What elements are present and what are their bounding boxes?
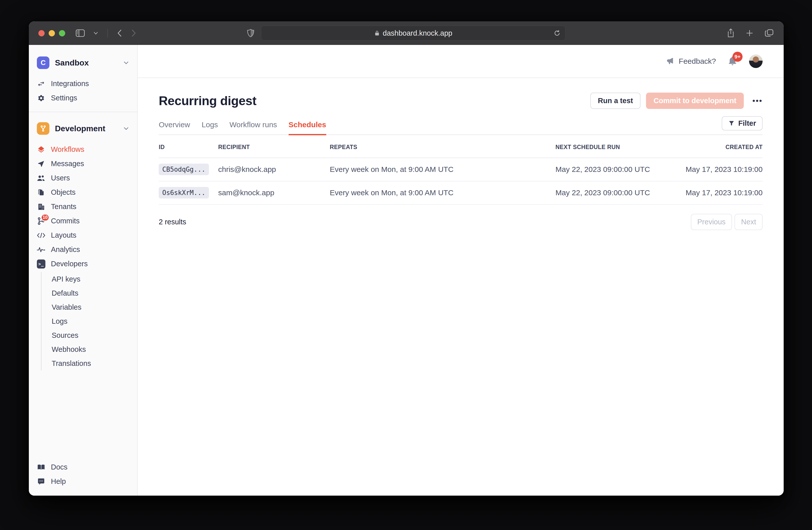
sidebar-item-analytics[interactable]: Analytics [29, 242, 137, 257]
new-tab-icon[interactable] [745, 29, 754, 37]
documents-icon [37, 188, 45, 197]
sidebar-subitem-sources[interactable]: Sources [42, 328, 137, 342]
sidebar-item-label: Analytics [51, 246, 80, 254]
sidebar-subitem-variables[interactable]: Variables [42, 300, 137, 314]
sidebar-item-label: Users [51, 174, 70, 182]
sidebar-item-users[interactable]: Users [29, 171, 137, 185]
sidebar-item-layouts[interactable]: Layouts [29, 228, 137, 242]
commits-count-badge: 10 [41, 214, 49, 221]
more-options-button[interactable]: ••• [752, 97, 763, 105]
previous-page-button[interactable]: Previous [691, 214, 732, 230]
column-header-repeats: Repeats [330, 144, 555, 151]
notification-count-badge: 9+ [733, 52, 742, 62]
feedback-label: Feedback? [679, 57, 716, 66]
avatar[interactable] [749, 54, 763, 68]
table-header-row: ID Recipient Repeats Next schedule run C… [159, 137, 763, 158]
subitem-label: Defaults [52, 289, 78, 297]
subitem-label: Sources [52, 331, 78, 339]
url-text: dashboard.knock.app [383, 29, 452, 37]
people-icon [37, 174, 45, 182]
tab-schedules[interactable]: Schedules [289, 121, 326, 135]
tab-overview-icon[interactable] [765, 29, 774, 37]
run-a-test-button[interactable]: Run a test [590, 93, 640, 109]
account-name: Sandbox [55, 58, 118, 68]
megaphone-icon [666, 57, 674, 65]
sidebar-item-label: Integrations [51, 80, 89, 88]
subitem-label: API keys [52, 275, 80, 283]
sidebar-item-label: Workflows [51, 145, 84, 154]
main-area: Feedback? 9+ Recurring digest Run [138, 45, 784, 496]
sidebar-subitem-defaults[interactable]: Defaults [42, 286, 137, 300]
back-button-icon[interactable] [117, 29, 122, 37]
sidebar-item-tenants[interactable]: Tenants [29, 199, 137, 214]
sidebar-item-commits[interactable]: 10 Commits [29, 214, 137, 228]
sidebar-item-label: Tenants [51, 203, 76, 211]
recipient-cell: sam@knock.app [218, 189, 330, 197]
tab-workflow-runs[interactable]: Workflow runs [230, 121, 277, 135]
sidebar-item-integrations[interactable]: Integrations [29, 76, 137, 91]
column-header-recipient: Recipient [218, 144, 330, 151]
schedules-table: ID Recipient Repeats Next schedule run C… [159, 137, 763, 205]
gear-icon [37, 94, 45, 102]
account-logo: C [37, 56, 49, 69]
pulse-icon [37, 246, 45, 254]
environment-name: Development [55, 124, 118, 133]
sidebar-item-workflows[interactable]: Workflows [29, 142, 137, 157]
table-row[interactable]: CB5odqGg... chris@knock.app Every week o… [159, 158, 763, 181]
column-header-created-at: Created at [673, 144, 763, 151]
address-bar[interactable]: dashboard.knock.app [261, 26, 566, 41]
browser-window: dashboard.knock.app [29, 21, 784, 496]
subitem-label: Logs [52, 317, 68, 325]
sidebar-item-settings[interactable]: Settings [29, 91, 137, 105]
sidebar-divider [29, 112, 137, 112]
privacy-shield-icon[interactable] [247, 29, 255, 38]
forward-button-icon[interactable] [131, 29, 136, 37]
column-header-id: ID [159, 144, 218, 151]
developers-subnav: API keys Defaults Variables Logs Sources… [41, 272, 137, 371]
toolbar-separator [107, 29, 108, 38]
subitem-label: Variables [52, 303, 82, 311]
tabs-bar: Overview Logs Workflow runs Schedules Fi… [159, 121, 763, 135]
sidebar-subitem-translations[interactable]: Translations [42, 356, 137, 371]
toolbar-chevron-down-icon[interactable] [93, 31, 98, 35]
filter-button[interactable]: Filter [722, 116, 763, 130]
sidebar-item-label: Messages [51, 159, 84, 168]
recipient-cell: chris@knock.app [218, 165, 330, 174]
window-close-button[interactable] [38, 30, 45, 37]
sidebar-toggle-icon[interactable] [76, 29, 85, 37]
feedback-button[interactable]: Feedback? [666, 57, 716, 66]
sidebar-item-help[interactable]: Help [29, 474, 137, 489]
sidebar-item-objects[interactable]: Objects [29, 185, 137, 199]
window-minimize-button[interactable] [49, 30, 55, 37]
notifications-button[interactable]: 9+ [728, 56, 737, 67]
pagination: Previous Next [691, 214, 763, 230]
sidebar-item-docs[interactable]: Docs [29, 460, 137, 474]
table-row[interactable]: Os6skXrM... sam@knock.app Every week on … [159, 181, 763, 205]
share-icon[interactable] [727, 28, 735, 38]
created-at-cell: May 17, 2023 10:19:00 [673, 165, 763, 174]
window-zoom-button[interactable] [59, 30, 65, 37]
column-header-next-schedule-run: Next schedule run [555, 144, 673, 151]
sidebar-item-developers[interactable]: >_ Developers [29, 257, 137, 271]
tab-logs[interactable]: Logs [202, 121, 218, 135]
sidebar-item-messages[interactable]: Messages [29, 157, 137, 171]
next-page-button[interactable]: Next [735, 214, 763, 230]
created-at-cell: May 17, 2023 10:19:00 [673, 189, 763, 197]
reload-icon[interactable] [553, 29, 561, 37]
results-count: 2 results [159, 218, 691, 226]
tab-overview[interactable]: Overview [159, 121, 190, 135]
schedule-id-chip[interactable]: Os6skXrM... [159, 187, 209, 198]
commit-to-development-button[interactable]: Commit to development [646, 93, 744, 109]
sidebar-footer: Docs Help [29, 460, 137, 496]
sidebar-subitem-logs[interactable]: Logs [42, 314, 137, 328]
account-switcher[interactable]: C Sandbox [29, 54, 137, 71]
swap-arrows-icon [37, 80, 45, 88]
building-icon [37, 203, 45, 211]
schedule-id-chip[interactable]: CB5odqGg... [159, 164, 209, 175]
sidebar-subitem-api-keys[interactable]: API keys [42, 272, 137, 286]
repeats-cell: Every week on Mon, at 9:00 AM UTC [330, 165, 555, 174]
funnel-icon [728, 120, 735, 126]
book-icon [37, 463, 45, 472]
environment-switcher[interactable]: Development [29, 120, 137, 137]
sidebar-subitem-webhooks[interactable]: Webhooks [42, 342, 137, 356]
